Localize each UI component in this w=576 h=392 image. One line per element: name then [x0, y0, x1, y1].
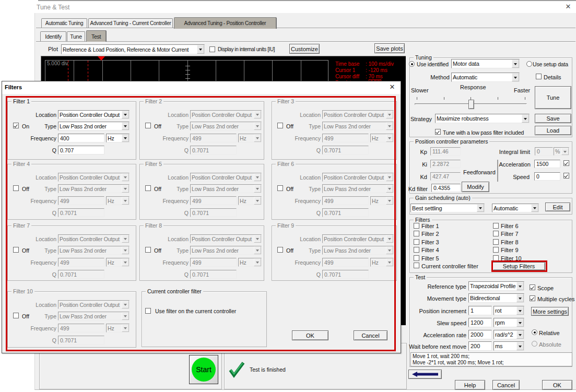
filter-1-frequency-unit-arrow-icon[interactable]	[122, 134, 129, 142]
filter-1-q-field[interactable]: 0.707	[58, 146, 104, 155]
save-plots-button[interactable]: Save plots	[374, 43, 405, 53]
acceleration-rate-unit-arrow-icon[interactable]	[516, 330, 524, 339]
filter-1-type-combobox[interactable]: Low Pass 2nd order	[58, 122, 130, 130]
dialog-ok-button[interactable]: OK	[292, 330, 328, 340]
panel-filter-6-checkbox[interactable]	[493, 223, 499, 229]
filter-6-groupbox: Filter 6LocationPosition Controller Outp…	[272, 164, 397, 220]
dialog-cancel-button[interactable]: Cancel	[354, 330, 387, 340]
tab-advanced-tuning-current-controller[interactable]: Advanced Tuning - Current Controller	[88, 18, 173, 28]
gain-combobox-2-arrow-icon[interactable]	[531, 204, 538, 212]
gain-combobox-1-arrow-icon[interactable]	[477, 204, 484, 212]
kd-filter-field[interactable]: 0.4355	[431, 184, 461, 192]
position-increment-field[interactable]: 1	[468, 306, 492, 315]
tab-identify[interactable]: Identify	[40, 31, 66, 41]
edit-button[interactable]: Edit	[545, 203, 570, 211]
cancel-button[interactable]: Cancel	[492, 380, 520, 390]
gain-combobox-2[interactable]: Automatic	[492, 204, 539, 212]
response-slider-tick	[525, 97, 525, 100]
current-controller-filter-checkbox[interactable]	[414, 263, 419, 268]
wait-before-next-move-unit-combobox[interactable]: ms	[493, 341, 524, 351]
tune-button[interactable]: Tune	[535, 86, 571, 109]
slew-speed-unit-arrow-icon[interactable]	[516, 318, 524, 327]
speed-checkbox[interactable]	[563, 173, 569, 179]
use-identified-radio[interactable]	[409, 61, 415, 67]
panel-filter-3-checkbox[interactable]	[414, 239, 419, 245]
position-increment-unit-combobox[interactable]: rot	[493, 306, 524, 315]
lowpass-checkbox[interactable]	[435, 129, 441, 135]
identified-data-arrow-icon[interactable]	[512, 60, 519, 68]
start-button[interactable]: Start	[189, 355, 218, 384]
filter-1-frequency-unit-combobox[interactable]: Hz	[106, 134, 130, 142]
scope-trigger-marker-icon[interactable]	[98, 56, 105, 61]
filter-10-frequency-unit-arrow-icon	[122, 324, 129, 332]
panel-filter-4-checkbox[interactable]	[414, 247, 419, 253]
method-combobox[interactable]: Automatic	[451, 73, 520, 82]
panel-filter-2-checkbox[interactable]	[414, 231, 419, 236]
use-setup-data-radio[interactable]	[526, 61, 532, 67]
panel-filter-10-checkbox[interactable]	[493, 255, 499, 261]
multiple-cycles-checkbox[interactable]	[530, 295, 535, 301]
move-sequence-box[interactable]: Move 1 rot, wait 200 ms;Move -2*1 rot, w…	[410, 352, 572, 366]
response-slider-thumb[interactable]	[468, 100, 474, 109]
reference-type-combobox[interactable]: Trapezoidal Profile	[468, 281, 524, 291]
method-arrow-icon[interactable]	[512, 73, 519, 81]
acceleration-field[interactable]: 1500	[534, 160, 560, 168]
movement-type-combobox[interactable]: Bidirectional	[468, 293, 524, 303]
tab-tune[interactable]: Tune	[67, 31, 85, 41]
panel-filter-1-checkbox[interactable]	[414, 223, 419, 229]
plot-combobox[interactable]: Reference & Load Position, Reference & M…	[61, 44, 205, 54]
filter-1-frequency-field[interactable]: 400	[58, 134, 104, 142]
acceleration-rate-field[interactable]: 2000	[468, 330, 492, 339]
wait-before-next-move-field[interactable]: 200	[468, 341, 492, 351]
acceleration-rate-unit-value: rad/s^2	[494, 330, 516, 339]
panel-filter-8-checkbox[interactable]	[493, 239, 499, 245]
panel-filter-5-label: Filter 5	[421, 255, 439, 262]
acceleration-rate-unit-combobox[interactable]: rad/s^2	[493, 330, 524, 339]
help-button[interactable]: Help	[455, 380, 485, 390]
more-settings-button[interactable]: More settings	[531, 307, 569, 316]
ok-button[interactable]: OK	[542, 380, 572, 390]
modify-button[interactable]: Modify	[462, 182, 489, 192]
absolute-radio[interactable]	[532, 341, 537, 347]
panel-filter-5-checkbox[interactable]	[414, 255, 419, 261]
acceleration-label: Acceleration	[478, 161, 531, 168]
internal-units-checkbox[interactable]	[209, 46, 215, 52]
position-increment-unit-arrow-icon[interactable]	[516, 306, 524, 315]
filter-7-q-field: 0.7071	[58, 270, 104, 279]
tab-advanced-tuning-position-controller[interactable]: Advanced Tuning - Position Controller	[174, 17, 276, 29]
filter-1-type-arrow-icon[interactable]	[122, 122, 129, 130]
panel-filter-7-checkbox[interactable]	[493, 231, 499, 236]
window-close-icon[interactable]: ✕	[565, 3, 572, 10]
reference-type-arrow-icon[interactable]	[516, 282, 524, 290]
speed-field[interactable]: 0	[534, 172, 560, 181]
filter-1-location-combobox[interactable]: Position Controller Output	[58, 110, 130, 119]
details-checkbox[interactable]	[536, 74, 542, 79]
filter-7-type-value: Low Pass 2nd order	[58, 246, 122, 254]
identified-data-combobox[interactable]: Motor data	[451, 59, 520, 68]
wait-before-next-move-unit-arrow-icon[interactable]	[516, 342, 524, 350]
filter-1-location-arrow-icon[interactable]	[122, 111, 129, 118]
slew-speed-field[interactable]: 1200	[468, 318, 492, 327]
load-button[interactable]: Load	[535, 126, 571, 135]
strategy-combobox[interactable]: Maximize robustness	[435, 114, 530, 123]
scope-checkbox[interactable]	[530, 284, 535, 290]
tab-test[interactable]: Test	[86, 30, 106, 42]
gain-combobox-1[interactable]: Best settling	[410, 204, 485, 212]
strategy-arrow-icon[interactable]	[522, 114, 529, 123]
use-filter-current-controller-checkbox[interactable]	[145, 308, 151, 314]
panel-filter-9-checkbox[interactable]	[493, 247, 499, 253]
plot-combobox-arrow-icon[interactable]	[197, 45, 204, 54]
setup-filters-button[interactable]: Setup Filters	[492, 262, 545, 270]
customize-button[interactable]: Customize	[289, 44, 320, 54]
back-arrow-button[interactable]	[408, 370, 442, 379]
save-button[interactable]: Save	[535, 114, 571, 123]
speed-label: Speed	[477, 173, 530, 180]
tab-automatic-tuning[interactable]: Automatic Tuning	[41, 18, 87, 28]
acceleration-checkbox[interactable]	[563, 160, 569, 166]
filters-dialog-close-icon[interactable]: ✕	[389, 84, 396, 91]
filter-2-frequency-label: Frequency	[140, 135, 189, 141]
slew-speed-unit-combobox[interactable]: rpm	[493, 318, 524, 327]
movement-type-arrow-icon[interactable]	[516, 294, 524, 302]
filter-9-location-arrow-icon	[386, 235, 393, 243]
relative-radio[interactable]	[532, 329, 537, 335]
